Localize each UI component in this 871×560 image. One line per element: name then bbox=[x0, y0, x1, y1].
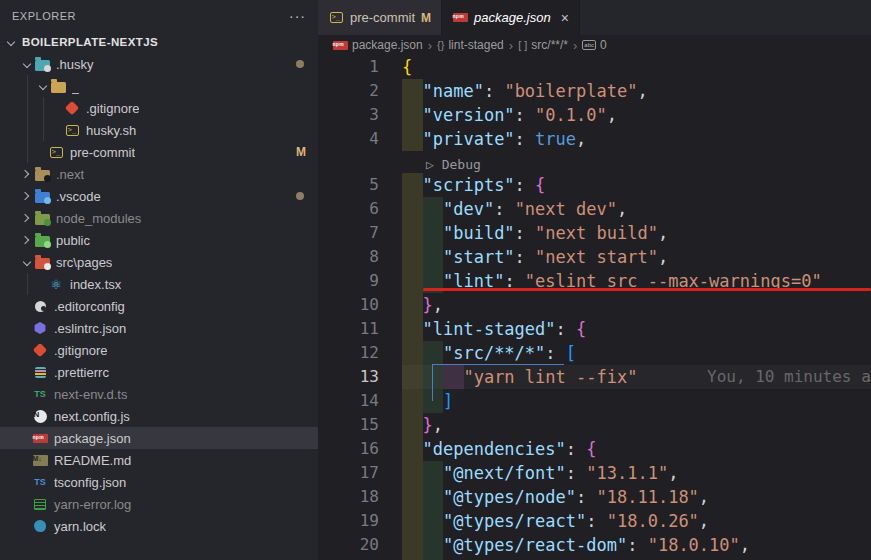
code-line-content[interactable]: "version": "0.1.0", bbox=[402, 103, 871, 127]
breadcrumb-item[interactable]: {}lint-staged bbox=[437, 38, 504, 52]
line-number[interactable]: 20 bbox=[318, 533, 402, 557]
code-line-15[interactable]: 15 }, bbox=[318, 413, 871, 437]
code-line-4[interactable]: 4 "private": true, bbox=[318, 127, 871, 151]
code-line-content[interactable]: "start": "next start", bbox=[402, 245, 871, 269]
line-number[interactable]: 1 bbox=[318, 55, 402, 79]
tree-item--editorconfig[interactable]: .editorconfig bbox=[0, 295, 318, 317]
chevron-right-icon[interactable] bbox=[20, 211, 34, 225]
code-line-8[interactable]: 8 "start": "next start", bbox=[318, 245, 871, 269]
codelens-debug-link[interactable]: ▷ Debug bbox=[426, 153, 481, 173]
code-line-7[interactable]: 7 "build": "next build", bbox=[318, 221, 871, 245]
code-line-11[interactable]: 11 "lint-staged": { bbox=[318, 317, 871, 341]
code-editor[interactable]: 1{2 "name": "boilerplate",3 "version": "… bbox=[318, 55, 871, 560]
line-number[interactable]: 6 bbox=[318, 197, 402, 221]
code-line-content[interactable]: "@types/node": "18.11.18", bbox=[402, 485, 871, 509]
code-line-content[interactable]: "@next/font": "13.1.1", bbox=[402, 461, 871, 485]
code-line-19[interactable]: 19 "@types/react": "18.0.26", bbox=[318, 509, 871, 533]
chevron-right-icon[interactable] bbox=[20, 233, 34, 247]
line-number[interactable]: 19 bbox=[318, 509, 402, 533]
line-number[interactable]: 2 bbox=[318, 79, 402, 103]
tree-item-public[interactable]: public bbox=[0, 229, 318, 251]
tree-item-boilerplate-nextjs[interactable]: BOILERPLATE-NEXTJS bbox=[0, 31, 318, 53]
code-line-content[interactable]: "name": "boilerplate", bbox=[402, 79, 871, 103]
code-line-content[interactable]: }, bbox=[402, 413, 871, 437]
line-number[interactable]: 15 bbox=[318, 413, 402, 437]
tree-item--prettierrc[interactable]: .prettierrc bbox=[0, 361, 318, 383]
breadcrumb-item[interactable]: [ ]src/**/* bbox=[518, 38, 568, 52]
tree-item--eslintrc-json[interactable]: .eslintrc.json bbox=[0, 317, 318, 339]
breadcrumb-item[interactable]: abc0 bbox=[582, 38, 606, 52]
chevron-down-icon[interactable] bbox=[20, 57, 34, 71]
line-number[interactable]: 12 bbox=[318, 341, 402, 365]
tree-item--gitignore[interactable]: .gitignore bbox=[0, 339, 318, 361]
code-line-content[interactable]: "@types/react": "18.0.26", bbox=[402, 509, 871, 533]
tree-item-pre-commit[interactable]: >_pre-commitM bbox=[0, 141, 318, 163]
tree-item-src-pages[interactable]: src\pages bbox=[0, 251, 318, 273]
code-line-content[interactable]: "lint": "eslint src --max-warnings=0" bbox=[402, 269, 871, 293]
tree-item-next-config-js[interactable]: Nnext.config.js bbox=[0, 405, 318, 427]
tree-item-node-modules[interactable]: node_modules bbox=[0, 207, 318, 229]
code-line-20[interactable]: 20 "@types/react-dom": "18.0.10", bbox=[318, 533, 871, 557]
line-number[interactable]: 3 bbox=[318, 103, 402, 127]
code-line-12[interactable]: 12 "src/**/*": [ bbox=[318, 341, 871, 365]
more-actions-icon[interactable]: ··· bbox=[289, 8, 306, 24]
code-line-1[interactable]: 1{ bbox=[318, 55, 871, 79]
line-number[interactable]: 8 bbox=[318, 245, 402, 269]
tree-item-package-json[interactable]: npmpackage.json bbox=[0, 427, 318, 449]
code-line-content[interactable]: "@types/react-dom": "18.0.10", bbox=[402, 533, 871, 557]
code-line-content[interactable]: "src/**/*": [ bbox=[402, 341, 871, 365]
tree-item-husky-sh[interactable]: >_husky.sh bbox=[0, 119, 318, 141]
tree-item-yarn-lock[interactable]: yarn.lock bbox=[0, 515, 318, 537]
chevron-down-icon[interactable] bbox=[4, 35, 18, 49]
tree-item--vscode[interactable]: .vscode bbox=[0, 185, 318, 207]
breadcrumb-item[interactable]: npmpackage.json bbox=[332, 37, 423, 53]
code-line-content[interactable]: }, bbox=[402, 293, 871, 317]
code-line-9[interactable]: 9 "lint": "eslint src --max-warnings=0" bbox=[318, 269, 871, 293]
line-number[interactable]: 10 bbox=[318, 293, 402, 317]
code-line-10[interactable]: 10 }, bbox=[318, 293, 871, 317]
code-line-content[interactable]: "yarn lint --fix"You, 10 minutes ago bbox=[402, 365, 871, 389]
tree-item--husky[interactable]: .husky bbox=[0, 53, 318, 75]
code-line-17[interactable]: 17 "@next/font": "13.1.1", bbox=[318, 461, 871, 485]
code-line-16[interactable]: 16 "dependencies": { bbox=[318, 437, 871, 461]
line-number[interactable]: 18 bbox=[318, 485, 402, 509]
code-line-content[interactable]: { bbox=[402, 55, 871, 79]
line-number[interactable]: 11 bbox=[318, 317, 402, 341]
code-line-13[interactable]: 13 "yarn lint --fix"You, 10 minutes ago bbox=[318, 365, 871, 389]
code-line-2[interactable]: 2 "name": "boilerplate", bbox=[318, 79, 871, 103]
tree-item--gitignore[interactable]: .gitignore bbox=[0, 97, 318, 119]
code-line-5[interactable]: 5 "scripts": { bbox=[318, 173, 871, 197]
tree-item--[interactable]: _ bbox=[0, 75, 318, 97]
code-line-content[interactable]: "dev": "next dev", bbox=[402, 197, 871, 221]
code-line-content[interactable]: "lint-staged": { bbox=[402, 317, 871, 341]
code-line-3[interactable]: 3 "version": "0.1.0", bbox=[318, 103, 871, 127]
tree-item-tsconfig-json[interactable]: TStsconfig.json bbox=[0, 471, 318, 493]
line-number[interactable]: 4 bbox=[318, 127, 402, 151]
code-line-content[interactable]: "dependencies": { bbox=[402, 437, 871, 461]
line-number[interactable]: 14 bbox=[318, 389, 402, 413]
line-number[interactable]: 17 bbox=[318, 461, 402, 485]
code-line-content[interactable]: "private": true, bbox=[402, 127, 871, 151]
tree-item-readme-md[interactable]: M↓README.md bbox=[0, 449, 318, 471]
line-number[interactable]: 13 bbox=[318, 365, 402, 389]
tab-pre-commit[interactable]: >_pre-commitM bbox=[318, 0, 442, 35]
tree-item-yarn-error-log[interactable]: yarn-error.log bbox=[0, 493, 318, 515]
tree-item--next[interactable]: .next bbox=[0, 163, 318, 185]
tree-item-index-tsx[interactable]: ⚛index.tsx bbox=[0, 273, 318, 295]
chevron-right-icon[interactable] bbox=[20, 167, 34, 181]
code-line-content[interactable]: "scripts": { bbox=[402, 173, 871, 197]
chevron-down-icon[interactable] bbox=[20, 255, 34, 269]
code-line-18[interactable]: 18 "@types/node": "18.11.18", bbox=[318, 485, 871, 509]
code-line-14[interactable]: 14 ] bbox=[318, 389, 871, 413]
line-number[interactable]: 9 bbox=[318, 269, 402, 293]
close-icon[interactable]: × bbox=[561, 10, 569, 26]
code-line-6[interactable]: 6 "dev": "next dev", bbox=[318, 197, 871, 221]
chevron-down-icon[interactable] bbox=[36, 79, 50, 93]
tab-package-json[interactable]: npmpackage.json× bbox=[442, 0, 580, 35]
chevron-right-icon[interactable] bbox=[20, 189, 34, 203]
code-line-content[interactable]: ] bbox=[402, 389, 871, 413]
line-number[interactable]: 7 bbox=[318, 221, 402, 245]
line-number[interactable]: 16 bbox=[318, 437, 402, 461]
tree-item-next-env-d-ts[interactable]: TSnext-env.d.ts bbox=[0, 383, 318, 405]
code-line-content[interactable]: "build": "next build", bbox=[402, 221, 871, 245]
